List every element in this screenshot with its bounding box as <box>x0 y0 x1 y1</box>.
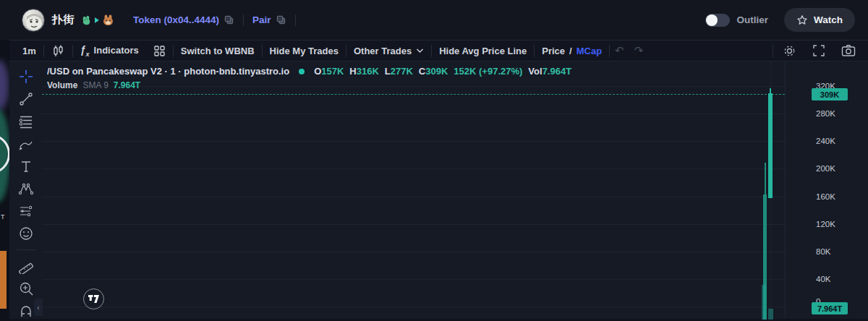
price-mcap-switch[interactable]: Price / MCap <box>535 46 609 56</box>
hide-avg-price-line-button[interactable]: Hide Avg Price Line <box>432 46 534 56</box>
fib-retracement-icon <box>18 114 34 129</box>
ohlc-values: O157K H316K L277K C309K 152K (+97.27%) V… <box>314 66 571 77</box>
h-gridline <box>42 114 785 114</box>
low-value: L277K <box>385 66 413 77</box>
trend-line-tool[interactable] <box>15 91 37 107</box>
forecast-icon <box>18 203 34 219</box>
crosshair-tool[interactable] <box>15 69 37 85</box>
layout-grid-button[interactable] <box>146 45 173 57</box>
token-avatar[interactable] <box>22 9 45 32</box>
axis-tick: 200K <box>816 164 835 173</box>
tradingview-logo[interactable] <box>83 288 104 309</box>
other-trades-label: Other Trades <box>354 46 412 56</box>
chart-region: ‹ /USD on Panca <box>9 61 868 321</box>
indicators-button[interactable]: ƒx Indicators <box>73 44 146 58</box>
token-header-bar: 扑街 Token (0x04..4444) <box>0 0 868 40</box>
legend-symbol-row: /USD on Pancakeswap V2 · 1 · photon-bnb.… <box>47 66 571 77</box>
green-hand-icon <box>80 14 92 26</box>
background-card-edge <box>0 251 7 309</box>
hide-my-trades-button[interactable]: Hide My Trades <box>263 46 346 56</box>
pair-label: Pair <box>252 14 271 25</box>
axis-tick: 280K <box>816 109 835 118</box>
emoji-tool[interactable] <box>15 226 37 241</box>
chart-style-button[interactable] <box>44 44 72 58</box>
token-address-link[interactable]: Token (0x04..4444) <box>133 14 234 25</box>
fx-icon: ƒx <box>80 44 90 58</box>
h-gridline <box>42 224 785 225</box>
h-gridline <box>42 168 785 169</box>
h-gridline <box>42 279 785 280</box>
meme-face-icon <box>22 9 45 32</box>
switch-to-wbnb-button[interactable]: Switch to WBNB <box>174 46 262 56</box>
chart-canvas[interactable]: /USD on Pancakeswap V2 · 1 · photon-bnb.… <box>42 61 785 319</box>
tradingview-logo-glyph <box>88 295 99 303</box>
emoji-icon <box>18 226 34 241</box>
h-gridline <box>42 307 785 307</box>
play-triangle-icon <box>95 17 99 23</box>
chart-toolbar: 1m ƒx Indicators Switch to WBNB <box>9 40 868 61</box>
background-page-strip: T <box>0 40 9 321</box>
change-value: 152K (+97.27%) <box>454 66 522 77</box>
volume-current-value: 7.964T <box>114 80 140 90</box>
axis-tick: 160K <box>816 192 835 201</box>
indicators-label: Indicators <box>94 45 139 56</box>
candlestick-icon <box>51 44 65 58</box>
background-text-fragment: T <box>1 213 5 221</box>
xabcd-pattern-tool[interactable] <box>15 181 37 197</box>
volume-sma-label: SMA 9 <box>82 80 108 90</box>
topbar-right-group: Outlier Watch <box>705 8 855 32</box>
chart-legend: /USD on Pancakeswap V2 · 1 · photon-bnb.… <box>47 66 571 90</box>
current-price-line <box>42 94 785 95</box>
forecast-tool[interactable] <box>15 203 37 219</box>
undo-button[interactable]: ↶ <box>610 44 629 57</box>
h-gridline <box>42 197 785 197</box>
gear-icon <box>783 44 796 58</box>
outlier-toggle[interactable] <box>705 14 730 27</box>
magnet-tool[interactable] <box>15 303 37 319</box>
mcap-label[interactable]: MCap <box>576 46 602 56</box>
star-icon <box>796 14 808 26</box>
token-name: 扑街 <box>52 13 75 27</box>
price-axis[interactable]: 320K 280K 240K 200K 160K 120K 80K 40K 0 … <box>785 61 868 319</box>
price-label: Price <box>542 46 565 56</box>
watch-button[interactable]: Watch <box>784 8 855 32</box>
text-tool-icon <box>18 158 34 174</box>
symbol-title[interactable]: /USD on Pancakeswap V2 · 1 · photon-bnb.… <box>47 66 289 77</box>
copy-icon[interactable] <box>276 14 286 25</box>
copy-icon[interactable] <box>224 14 234 25</box>
open-value: O157K <box>314 66 344 77</box>
fib-retracement-tool[interactable] <box>15 114 37 129</box>
divider <box>243 14 244 26</box>
axis-tick: 120K <box>816 220 835 228</box>
fullscreen-icon <box>812 44 825 57</box>
pair-address-link[interactable]: Pair <box>252 14 286 25</box>
outlier-label: Outlier <box>736 14 768 25</box>
timeframe-button[interactable]: 1m <box>15 46 43 56</box>
volume-indicator-label[interactable]: Volume <box>47 80 77 90</box>
divider <box>295 14 296 26</box>
volume-bar <box>768 309 773 320</box>
chart-settings-button[interactable] <box>776 44 803 58</box>
ruler-icon <box>18 258 34 274</box>
other-trades-dropdown[interactable]: Other Trades <box>346 46 431 56</box>
redo-button[interactable]: ↷ <box>629 44 649 57</box>
magnet-icon <box>18 305 34 317</box>
vol-value: Vol7.964T <box>528 66 571 77</box>
timeframe-label: 1m <box>22 46 36 56</box>
toolbar-right-group <box>773 44 862 58</box>
close-value: C309K <box>419 66 448 77</box>
axis-tick: 240K <box>816 137 835 145</box>
text-tool[interactable] <box>15 158 37 174</box>
fullscreen-button[interactable] <box>806 44 832 57</box>
rail-divider <box>17 249 35 250</box>
trend-line-icon <box>18 91 34 107</box>
candle-wick <box>765 163 766 195</box>
brush-tool[interactable] <box>15 136 37 152</box>
token-address-label: Token (0x04..4444) <box>133 14 219 25</box>
ruler-tool[interactable] <box>15 258 37 274</box>
chevron-down-icon <box>416 48 424 54</box>
trading-chart-window: T 扑街 <box>0 0 868 321</box>
screenshot-button[interactable] <box>835 44 862 57</box>
hide-my-trades-label: Hide My Trades <box>270 46 339 56</box>
zoom-in-tool[interactable] <box>15 281 37 296</box>
